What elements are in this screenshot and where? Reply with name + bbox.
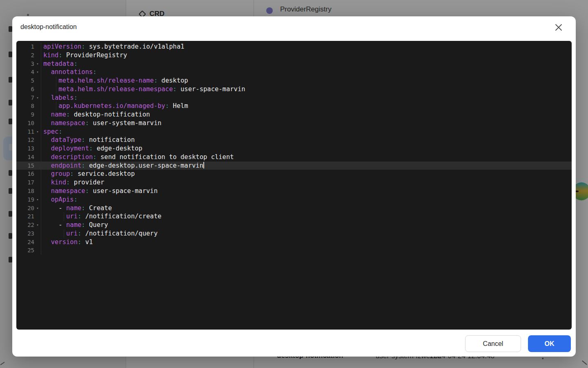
code-line-text: uri: /notification/create bbox=[41, 212, 161, 221]
code-line[interactable]: 10 namespace: user-system-marvin bbox=[16, 119, 572, 128]
fold-arrow-icon[interactable]: ▾ bbox=[34, 204, 41, 213]
code-line-text: namespace: user-space-marvin bbox=[41, 187, 158, 195]
code-line[interactable]: 4▾ annotations: bbox=[16, 68, 572, 76]
editor-gutter: 7▾ bbox=[16, 94, 41, 102]
code-line[interactable]: 6 meta.helm.sh/release-namespace: user-s… bbox=[16, 85, 572, 94]
code-line[interactable]: 17 kind: provider bbox=[16, 178, 572, 187]
fold-arrow-icon[interactable]: ▾ bbox=[34, 128, 41, 136]
line-number: 8 bbox=[16, 102, 34, 110]
fold-arrow-icon[interactable]: ▾ bbox=[34, 94, 41, 102]
line-number: 1 bbox=[16, 43, 34, 51]
code-line[interactable]: 20▾ - name: Create bbox=[16, 204, 572, 213]
indent-guide bbox=[64, 212, 64, 221]
code-line[interactable]: 12 dataType: notification bbox=[16, 136, 572, 144]
code-line[interactable]: 5 meta.helm.sh/release-name: desktop bbox=[16, 76, 572, 85]
editor-gutter: 25 bbox=[16, 246, 41, 255]
fold-arrow-icon[interactable]: ▾ bbox=[34, 195, 41, 204]
line-number: 21 bbox=[16, 212, 34, 221]
line-number: 3 bbox=[16, 60, 34, 68]
code-line-text bbox=[41, 246, 43, 255]
line-number: 23 bbox=[16, 229, 34, 238]
editor-gutter: 2 bbox=[16, 51, 41, 60]
line-number: 2 bbox=[16, 51, 34, 60]
code-line-text: deployment: edge-desktop bbox=[41, 144, 143, 153]
code-line-text: kind: ProviderRegistry bbox=[41, 51, 127, 60]
editor-gutter: 20▾ bbox=[16, 204, 41, 213]
editor-gutter: 18 bbox=[16, 187, 41, 195]
line-number: 9 bbox=[16, 110, 34, 119]
editor-gutter: 21 bbox=[16, 212, 41, 221]
line-number: 11 bbox=[16, 128, 34, 136]
code-line-text: group: service.desktop bbox=[41, 170, 135, 178]
code-line[interactable]: 8 app.kubernetes.io/managed-by: Helm bbox=[16, 102, 572, 110]
code-line[interactable]: 22▾ - name: Query bbox=[16, 221, 572, 229]
code-line-text: labels: bbox=[41, 94, 78, 102]
code-line[interactable]: 7▾ labels: bbox=[16, 94, 572, 102]
code-line[interactable]: 9 name: desktop-notification bbox=[16, 110, 572, 119]
code-line-text: dataType: notification bbox=[41, 136, 135, 144]
code-line[interactable]: 24 version: v1 bbox=[16, 238, 572, 247]
code-line-text: kind: provider bbox=[41, 178, 104, 187]
code-line[interactable]: 16 group: service.desktop bbox=[16, 170, 572, 178]
code-line[interactable]: 25 bbox=[16, 246, 572, 255]
code-line-text: meta.helm.sh/release-name: desktop bbox=[41, 76, 188, 85]
code-line[interactable]: 19▾ opApis: bbox=[16, 195, 572, 204]
editor-gutter: 11▾ bbox=[16, 128, 41, 136]
code-line[interactable]: 1apiVersion: sys.bytetrade.io/v1alpha1 bbox=[16, 43, 572, 51]
line-number: 7 bbox=[16, 94, 34, 102]
editor-gutter: 8 bbox=[16, 102, 41, 110]
editor-gutter: 5 bbox=[16, 76, 41, 85]
code-line[interactable]: 3▾metadata: bbox=[16, 60, 572, 68]
close-button[interactable] bbox=[551, 20, 566, 35]
code-line[interactable]: 11▾spec: bbox=[16, 128, 572, 136]
editor-gutter: 13 bbox=[16, 144, 41, 153]
code-editor[interactable]: 1apiVersion: sys.bytetrade.io/v1alpha12k… bbox=[16, 41, 572, 330]
code-line[interactable]: 15 endpoint: edge-desktop.user-space-mar… bbox=[16, 162, 572, 170]
line-number: 14 bbox=[16, 153, 34, 162]
editor-gutter: 24 bbox=[16, 238, 41, 247]
code-line[interactable]: 23 uri: /notification/query bbox=[16, 229, 572, 238]
editor-gutter: 12 bbox=[16, 136, 41, 144]
code-line-text: name: desktop-notification bbox=[41, 110, 150, 119]
editor-gutter: 17 bbox=[16, 178, 41, 187]
line-number: 15 bbox=[16, 162, 34, 170]
editor-gutter: 6 bbox=[16, 85, 41, 94]
fold-arrow-icon[interactable]: ▾ bbox=[34, 68, 41, 76]
fold-arrow-icon[interactable]: ▾ bbox=[34, 60, 41, 68]
code-line[interactable]: 2kind: ProviderRegistry bbox=[16, 51, 572, 60]
code-line[interactable]: 21 uri: /notification/create bbox=[16, 212, 572, 221]
line-number: 6 bbox=[16, 85, 34, 94]
indent-guide bbox=[56, 76, 56, 85]
line-number: 22 bbox=[16, 221, 34, 229]
line-number: 12 bbox=[16, 136, 34, 144]
editor-gutter: 9 bbox=[16, 110, 41, 119]
code-line-text: opApis: bbox=[41, 195, 78, 204]
code-line[interactable]: 14 description: send notification to des… bbox=[16, 153, 572, 162]
editor-gutter: 23 bbox=[16, 229, 41, 238]
code-line-text: spec: bbox=[41, 128, 62, 136]
dialog-title: desktop-notification bbox=[20, 23, 77, 31]
line-number: 4 bbox=[16, 68, 34, 76]
code-line[interactable]: 18 namespace: user-space-marvin bbox=[16, 187, 572, 195]
editor-gutter: 16 bbox=[16, 170, 41, 178]
yaml-detail-dialog: desktop-notification 1apiVersion: sys.by… bbox=[12, 16, 576, 357]
cancel-button[interactable]: Cancel bbox=[465, 335, 521, 352]
ok-button[interactable]: OK bbox=[528, 335, 571, 352]
fold-arrow-icon[interactable]: ▾ bbox=[34, 221, 41, 229]
editor-gutter: 15 bbox=[16, 162, 41, 170]
code-line-text: app.kubernetes.io/managed-by: Helm bbox=[41, 102, 188, 110]
code-line-text: endpoint: edge-desktop.user-space-marvin bbox=[41, 162, 204, 170]
code-line-text: meta.helm.sh/release-namespace: user-spa… bbox=[41, 85, 245, 94]
code-editor-lines: 1apiVersion: sys.bytetrade.io/v1alpha12k… bbox=[16, 43, 572, 255]
code-line[interactable]: 13 deployment: edge-desktop bbox=[16, 144, 572, 153]
line-number: 18 bbox=[16, 187, 34, 195]
indent-guide bbox=[56, 85, 56, 94]
line-number: 17 bbox=[16, 178, 34, 187]
code-line-text: namespace: user-system-marvin bbox=[41, 119, 161, 128]
editor-gutter: 10 bbox=[16, 119, 41, 128]
line-number: 19 bbox=[16, 195, 34, 204]
editor-gutter: 19▾ bbox=[16, 195, 41, 204]
editor-gutter: 22▾ bbox=[16, 221, 41, 229]
line-number: 13 bbox=[16, 144, 34, 153]
code-line-text: - name: Create bbox=[41, 204, 112, 213]
